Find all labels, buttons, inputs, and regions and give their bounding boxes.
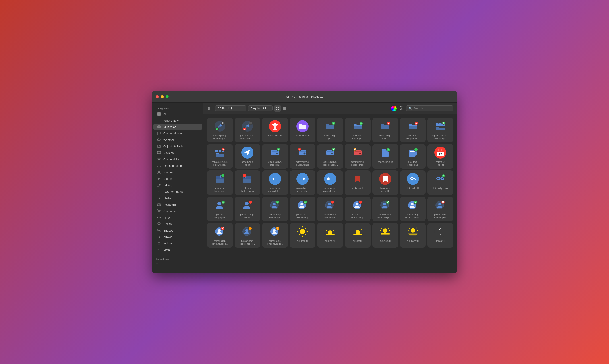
icon-cell-link-circle-fill[interactable]: link.circle.fill bbox=[400, 170, 426, 195]
icon-cell-arrowshape-turn-up-left-ci[interactable]: arrowshape.turn.up.left.ci... bbox=[262, 170, 288, 195]
weight-selector[interactable]: Regular ⬆⬇ bbox=[248, 105, 272, 111]
sidebar-toggle-button[interactable] bbox=[207, 106, 213, 111]
icon-cell-sunrise-fill[interactable]: sunrise.fill bbox=[317, 223, 343, 247]
svg-rect-87 bbox=[439, 123, 442, 126]
icon-cell-folder-circle-fill[interactable]: folder.circle.fill bbox=[290, 118, 316, 142]
leaf-icon bbox=[157, 177, 161, 181]
icon-cell-externaldrive-badge-xmark[interactable]: externaldrive.badge.xmark bbox=[345, 144, 371, 169]
icon-cell-person-crop-circle-fill-badge-excl[interactable]: ! person.crop.circle.fill.badg... bbox=[262, 223, 288, 247]
icon-cell-sun-haze-fill[interactable]: sun.haze.fill bbox=[400, 223, 426, 247]
svg-text:−: − bbox=[250, 200, 251, 204]
sidebar-item-media[interactable]: Media bbox=[154, 195, 202, 201]
icon-label: folder.badge.minus bbox=[379, 134, 392, 141]
icon-cell-sun-dust-fill[interactable]: sun.dust.fill bbox=[372, 223, 398, 247]
sidebar-item-health[interactable]: Health bbox=[154, 221, 202, 227]
icon-cell-moon-fill[interactable]: moon.fill bbox=[428, 223, 453, 247]
icon-cell-externaldrive-badge-minus[interactable]: − externaldrive.badge.minus bbox=[290, 144, 316, 169]
sidebar-item-human[interactable]: Human bbox=[154, 169, 202, 175]
icon-cell-person-crop-circle-badge-check[interactable]: person.crop.circle.badge.c.... bbox=[372, 197, 398, 221]
sidebar-item-arrows[interactable]: Arrows bbox=[154, 234, 202, 240]
icon-cell-bookmark-fill[interactable]: bookmark.fill bbox=[345, 170, 371, 195]
icon-cell-person-crop-circle-fill-badge3[interactable]: person.crop.circle.fill.badg... bbox=[400, 197, 426, 221]
sidebar-item-commerce[interactable]: Commerce bbox=[154, 208, 202, 214]
sidebar-item-nature[interactable]: Nature bbox=[154, 176, 202, 182]
sidebar-item-math[interactable]: √ Math bbox=[154, 247, 202, 253]
icon-cell-externaldrive-badge-plus[interactable]: + externaldrive.badge.plus bbox=[262, 144, 288, 169]
icon-cell-person-crop-circle-fill-badge-x[interactable]: person.crop.circle.fill.badg... bbox=[207, 223, 233, 247]
font-selector[interactable]: SF Pro ⬆⬇ bbox=[215, 105, 246, 111]
icon-cell-person-crop-circle-badge-minus[interactable]: − person.crop.circle.badge.... bbox=[317, 197, 343, 221]
minimize-button[interactable] bbox=[161, 95, 164, 98]
sidebar-item-text-formatting[interactable]: Aa Text Formatting bbox=[154, 188, 202, 195]
icon-cell-bookmark-circle-fill[interactable]: bookmark.circle.fill bbox=[372, 170, 398, 195]
close-button[interactable] bbox=[156, 95, 159, 98]
search-input[interactable] bbox=[413, 107, 451, 110]
icon-cell-person-crop-circle-badge-excl[interactable]: ! person.crop.circle.badge.e... bbox=[235, 223, 260, 247]
svg-text:i: i bbox=[250, 122, 250, 124]
icon-cell-doc-badge-plus[interactable]: + doc.badge.plus bbox=[372, 144, 398, 169]
icon-cell-folder-badge-minus[interactable]: − folder.badge.minus bbox=[372, 118, 398, 142]
icon-cell-paperplane-circle-fill[interactable]: paperplane.circle.fill bbox=[235, 144, 260, 169]
svg-point-23 bbox=[158, 212, 159, 212]
icon-cell-folder-fill-badge-plus[interactable]: + folder.fill.badge.plus bbox=[345, 118, 371, 142]
icon-visual bbox=[351, 225, 365, 238]
icon-cell-arrowshape-turn-up-right[interactable]: arrowshape.turn.up.right.... bbox=[290, 170, 316, 195]
window-title: SF Pro - Regular - 16.0d9e1 bbox=[286, 95, 323, 98]
icon-cell-person-crop-circle-fill-badge1[interactable]: + person.crop.circle.fill.badg... bbox=[290, 197, 316, 221]
icon-cell-person-crop-circle-badge-xmark[interactable]: person.crop.circle.badge.x... bbox=[428, 197, 453, 221]
sidebar-item-time[interactable]: Time bbox=[154, 214, 202, 221]
icon-cell-folder-fill-badge-minus[interactable]: − folder.fill.badge.minus bbox=[400, 118, 426, 142]
icon-cell-trash-circle-fill[interactable]: trash.circle.fill bbox=[262, 118, 288, 142]
sidebar-item-all[interactable]: All bbox=[154, 111, 202, 117]
icon-cell-calendar-badge-minus[interactable]: − calendar.badge.minus bbox=[235, 170, 260, 195]
sidebar-item-objects-tools[interactable]: Objects & Tools bbox=[154, 143, 202, 149]
icon-visual: − bbox=[240, 172, 255, 186]
sidebar-item-whats-new[interactable]: What's New bbox=[154, 117, 202, 124]
icon-visual: − bbox=[406, 119, 420, 133]
info-button[interactable]: i bbox=[399, 106, 403, 111]
add-collection-button[interactable]: + bbox=[156, 262, 158, 266]
icon-cell-calendar-circle-fill[interactable]: 17 calendar.circle.fill bbox=[428, 144, 453, 169]
icon-cell-person-badge-minus[interactable]: − person.badge.minus bbox=[235, 197, 260, 221]
sidebar-item-shapes[interactable]: Shapes bbox=[154, 227, 202, 234]
icon-visual bbox=[406, 172, 420, 186]
sidebar-item-editing[interactable]: Editing bbox=[154, 182, 202, 188]
sidebar-item-connectivity[interactable]: Connectivity bbox=[154, 156, 202, 162]
icon-visual: − bbox=[351, 198, 365, 212]
list-view-button[interactable] bbox=[281, 105, 287, 112]
toolbar: SF Pro ⬆⬇ Regular ⬆⬇ bbox=[203, 103, 457, 114]
sidebar-multicolor-label: Multicolor bbox=[163, 125, 176, 129]
svg-point-198 bbox=[356, 203, 359, 205]
icon-cell-square-grid-folder-badge[interactable]: + square.grid.3x1.folder.badge.... bbox=[428, 118, 453, 142]
maximize-button[interactable] bbox=[166, 95, 169, 98]
sidebar-item-communication[interactable]: Communication bbox=[154, 130, 202, 136]
icon-cell-note-text-badge-plus[interactable]: + note.text.badge.plus bbox=[400, 144, 426, 169]
icon-cell-calendar-badge-plus[interactable]: + calendar.badge.plus bbox=[207, 170, 233, 195]
sidebar-objects-label: Objects & Tools bbox=[163, 145, 183, 148]
color-picker-button[interactable] bbox=[391, 106, 397, 111]
icon-cell-person-crop-circle-fill-badge2[interactable]: − person.crop.circle.fill.badg... bbox=[345, 197, 371, 221]
icon-cell-pencil-tip-badge-plus[interactable]: i + pencil.tip.crop.circle.badge.... bbox=[207, 118, 233, 142]
sidebar-item-keyboard[interactable]: Keyboard bbox=[154, 201, 202, 208]
icon-visual: − bbox=[323, 198, 337, 212]
grid-view-button[interactable] bbox=[274, 105, 281, 112]
icon-cell-person-crop-circle-badge-plus[interactable]: + person.crop.circle.badge.... bbox=[262, 197, 288, 221]
sidebar-item-devices[interactable]: Devices bbox=[154, 150, 202, 156]
icon-cell-arrowshape-turn-up-left2[interactable]: arrowshape.turn.up.left.2.... bbox=[317, 170, 343, 195]
icon-cell-link-badge-plus[interactable]: + link.badge.plus bbox=[428, 170, 453, 195]
icon-cell-pencil-tip-badge-minus[interactable]: i − pencil.tip.crop.circle.badge.... bbox=[235, 118, 260, 142]
sidebar-item-transportation[interactable]: Transportation bbox=[154, 163, 202, 169]
svg-rect-94 bbox=[219, 150, 221, 152]
icon-cell-sun-max-fill[interactable]: sun.max.fill bbox=[290, 223, 316, 247]
icon-cell-person-badge-plus[interactable]: + person.badge.plus bbox=[207, 197, 233, 221]
sidebar-item-multicolor[interactable]: Multicolor bbox=[154, 124, 202, 130]
search-box[interactable]: 🔍 bbox=[406, 105, 453, 111]
sidebar-item-indices[interactable]: 1 Indices bbox=[154, 240, 202, 247]
icon-label: person.crop.circle.badge.c.... bbox=[377, 213, 393, 220]
svg-rect-64 bbox=[274, 123, 276, 124]
icon-cell-square-grid-folder-fill[interactable]: − square.grid.3x1.folder.fill.bad... bbox=[207, 144, 233, 169]
icon-cell-folder-badge-plus[interactable]: + folder.badge.plus bbox=[317, 118, 343, 142]
icon-cell-externaldrive-badge-check[interactable]: externaldrive.badge.check.... bbox=[317, 144, 343, 169]
sidebar-item-weather[interactable]: Weather bbox=[154, 137, 202, 143]
icon-cell-sunset-fill[interactable]: sunset.fill bbox=[345, 223, 371, 247]
